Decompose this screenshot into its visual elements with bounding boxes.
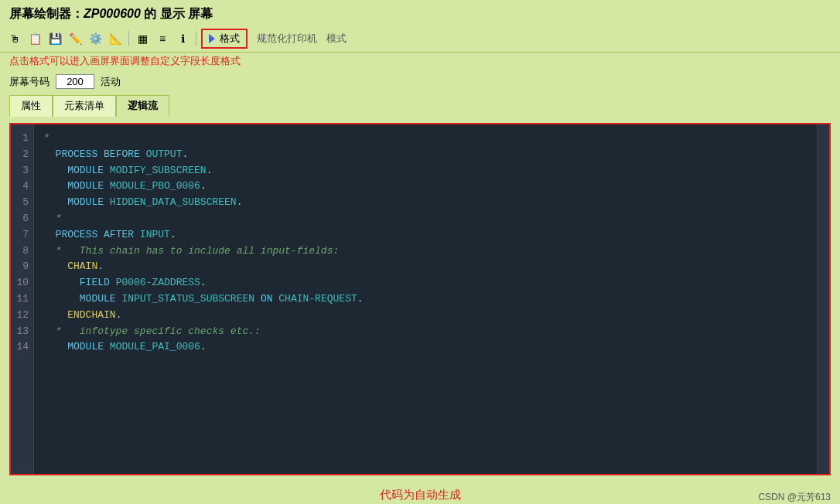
app-name: ZP000600 [84, 7, 141, 20]
footer-text: 代码为自动生成 [380, 488, 461, 501]
icon-align[interactable]: ≡ [154, 30, 171, 47]
screen-num-label: 屏幕号码 [9, 75, 50, 89]
code-line-11: MODULE INPUT_STATUS_SUBSCREEN ON CHAIN-R… [43, 291, 808, 308]
tabs-row: 属性 元素清单 逻辑流 [0, 92, 840, 117]
title-bar: 屏幕绘制器：ZP000600 的 显示 屏幕 [0, 0, 840, 26]
icon-cursor[interactable]: 🖱 [6, 30, 23, 47]
code-line-6: * [43, 211, 808, 227]
annotation-text: 点击格式可以进入画屏界面调整自定义字段长度格式 [9, 54, 241, 68]
annotation-row: 点击格式可以进入画屏界面调整自定义字段长度格式 [0, 53, 840, 71]
code-editor[interactable]: 1234567891011121314 * PROCESS BEFORE OUT… [9, 123, 831, 475]
screen-num-input[interactable] [56, 74, 94, 89]
tab-elements[interactable]: 元素清单 [53, 95, 116, 117]
icon-info[interactable]: ℹ [174, 30, 191, 47]
icon-save[interactable]: 💾 [46, 30, 63, 47]
icon-edit[interactable]: ✏️ [67, 30, 84, 47]
code-line-9: CHAIN. [43, 259, 808, 275]
toolbar-sep2 [196, 31, 196, 46]
code-line-3: MODULE MODIFY_SUBSCREEN. [43, 163, 808, 179]
scrollbar[interactable] [817, 124, 829, 474]
screen-status: 活动 [101, 75, 121, 89]
code-content[interactable]: * PROCESS BEFORE OUTPUT. MODULE MODIFY_S… [34, 124, 817, 474]
icon-copy[interactable]: 📋 [26, 30, 43, 47]
title-prefix: 屏幕绘制器： [9, 7, 84, 20]
code-line-14: MODULE MODULE_PAI_0006. [43, 339, 808, 356]
tab-logic-flow[interactable]: 逻辑流 [116, 95, 169, 117]
format-arrow-icon [209, 34, 215, 43]
code-line-4: MODULE MODULE_PBO_0006. [43, 179, 808, 195]
screen-num-row: 屏幕号码 活动 [0, 71, 840, 92]
icon-grid[interactable]: ▦ [134, 30, 151, 47]
footer-brand: CSDN @元芳613 [758, 491, 831, 504]
code-line-1: * [43, 131, 808, 147]
tab-attributes[interactable]: 属性 [9, 95, 53, 117]
main-content: 1234567891011121314 * PROCESS BEFORE OUT… [0, 117, 840, 482]
format-button[interactable]: 格式 [201, 29, 248, 49]
toolbar: 🖱 📋 💾 ✏️ ⚙️ 📐 ▦ ≡ ℹ 格式 规范化打印机 模式 [0, 26, 840, 53]
code-line-2: PROCESS BEFORE OUTPUT. [43, 147, 808, 163]
code-line-10: FIELD P0006-ZADDRESS. [43, 275, 808, 291]
format-label: 格式 [220, 32, 240, 46]
footer: 代码为自动生成 CSDN @元芳613 [0, 482, 840, 504]
code-line-8: * This chain has to include all input-fi… [43, 243, 808, 260]
title-suffix: 的 显示 屏幕 [141, 7, 213, 20]
toolbar-sep1 [128, 31, 129, 46]
code-line-5: MODULE HIDDEN_DATA_SUBSCREEN. [43, 195, 808, 211]
icon-layout[interactable]: 📐 [107, 30, 124, 47]
code-line-7: PROCESS AFTER INPUT. [43, 227, 808, 243]
code-line-12: ENDCHAIN. [43, 308, 808, 324]
mode-label: 模式 [326, 32, 347, 46]
icon-settings[interactable]: ⚙️ [87, 30, 104, 47]
line-numbers: 1234567891011121314 [11, 124, 34, 474]
normalize-label: 规范化打印机 [257, 32, 317, 46]
code-line-13: * infotype specific checks etc.: [43, 324, 808, 340]
